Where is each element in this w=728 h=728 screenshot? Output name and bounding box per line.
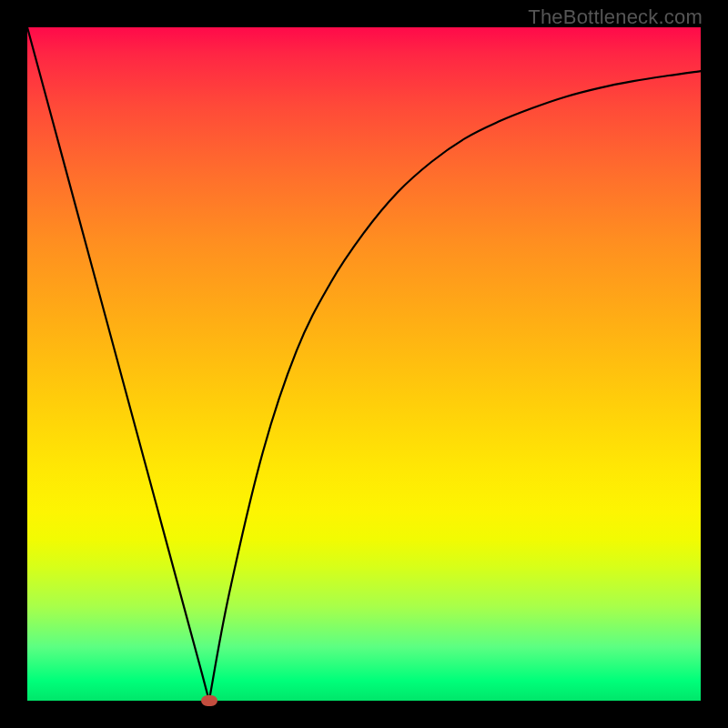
- plot-area: [27, 27, 701, 701]
- bottleneck-curve: [27, 27, 701, 701]
- minimum-marker: [201, 695, 217, 706]
- watermark-label: TheBottleneck.com: [528, 5, 703, 29]
- chart-frame: TheBottleneck.com: [0, 0, 728, 728]
